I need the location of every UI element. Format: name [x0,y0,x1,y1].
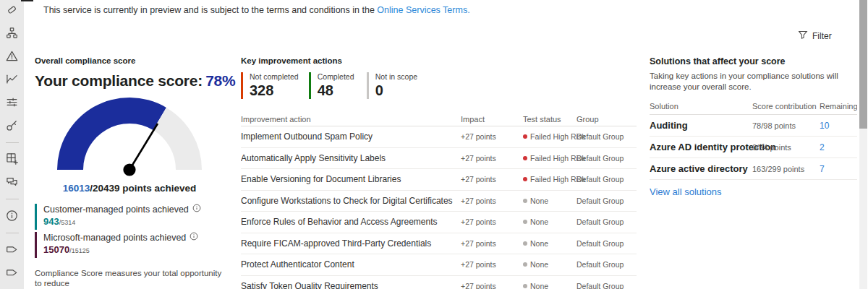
actions-section-title: Key improvement actions [241,56,637,65]
score-section-title: Overall compliance score [35,56,224,65]
col-group[interactable]: Group [576,115,637,124]
customer-managed-breakdown: Customer-managed points achieved 943/531… [35,204,224,230]
actions-stats: Not completed 328 Completed 48 Not in sc… [241,72,637,99]
status-dot [523,220,527,224]
points-achieved-total: /20439 [90,183,119,194]
table-row[interactable]: Enforce Rules of Behavior and Access Agr… [241,212,637,233]
action-link[interactable]: Enable Versioning for Document Libraries [241,174,461,184]
status-dot [523,284,527,288]
action-link[interactable]: Implement Outbound Spam Policy [241,131,461,142]
customer-managed-total: /5314 [59,219,76,226]
flowchart-icon[interactable] [6,27,18,39]
key-improvement-actions-panel: Key improvement actions Not completed 32… [241,56,637,289]
table-row[interactable]: Automatically Apply Sensitivity Labels +… [241,148,637,170]
table-row[interactable]: Satisfy Token Quality Requirements +27 p… [241,276,637,289]
improvement-actions-table: Improvement action Impact Test status Gr… [241,112,637,289]
view-all-solutions-link[interactable]: View all solutions [650,186,721,197]
overall-score-panel: Overall compliance score Your compliance… [35,56,224,288]
solution-row[interactable]: Azure AD identity protection 0/54 points… [650,137,857,158]
solution-row[interactable]: Auditing 78/98 points 10 [650,115,857,137]
online-services-terms-link[interactable]: Online Services Terms. [377,5,469,15]
stat-not-in-scope: Not in scope 0 [367,72,417,99]
table-row[interactable]: Require FICAM-approved Third-Party Crede… [241,233,637,255]
status-dot [523,156,527,160]
gauge-fill-arc [57,98,166,170]
action-link[interactable]: Automatically Apply Sensitivity Labels [241,153,461,163]
gauge-needle [129,124,158,170]
microsoft-managed-value: 15070 [43,244,69,255]
solutions-header-row: Solution Score contribution Remaining ac… [650,98,857,115]
info-circle-icon[interactable] [190,232,198,244]
filter-label: Filter [812,31,832,41]
info-icon[interactable] [6,210,18,222]
solutions-table: Solution Score contribution Remaining ac… [650,98,857,180]
compliance-manager-page: This service is currently in preview and… [0,0,868,289]
col-test-status[interactable]: Test status [523,115,576,124]
warning-icon[interactable] [6,50,18,62]
customer-managed-label: Customer-managed points achieved [43,204,189,216]
table-row[interactable]: Implement Outbound Spam Policy +27 point… [241,126,637,148]
microsoft-managed-total: /15125 [69,247,90,254]
remaining-actions-link[interactable]: 7 [820,164,857,174]
action-link[interactable]: Satisfy Token Quality Requirements [241,281,461,289]
table-row[interactable]: Protect Authenticator Content +27 points… [241,254,637,276]
filter-icon [798,30,808,42]
solutions-section-title: Solutions that affect your score [650,56,857,66]
points-achieved-value: 16013 [63,183,90,194]
action-link[interactable]: Require FICAM-approved Third-Party Crede… [241,238,461,249]
remaining-actions-link[interactable]: 10 [820,121,857,131]
preview-banner-text: This service is currently in preview and… [43,5,377,15]
vertical-scrollbar[interactable] [859,0,867,289]
microsoft-managed-breakdown: Microsoft-managed points achieved 15070/… [35,232,224,258]
score-footnote: Compliance Score measures your total opp… [35,268,224,288]
preview-banner: This service is currently in preview and… [43,5,470,15]
stat-completed: Completed 48 [309,72,357,99]
key-icon[interactable] [6,119,18,131]
table-header-row: Improvement action Impact Test status Gr… [241,112,637,126]
stat-not-completed: Not completed 328 [241,72,299,99]
solutions-description: Taking key actions in your compliance so… [650,71,851,92]
app-sidebar [0,0,24,289]
remaining-actions-link[interactable]: 2 [820,142,857,152]
tag-icon[interactable] [6,243,18,255]
tag-icon[interactable] [6,266,18,278]
solution-row[interactable]: Azure active directory 163/299 points 7 [650,158,857,180]
status-dot [523,134,527,139]
col-score-contribution[interactable]: Score contribution [752,102,820,111]
table-row[interactable]: Configure Workstations to Check for Digi… [241,191,637,212]
scrollbar-thumb[interactable] [859,0,867,129]
points-breakdowns: Customer-managed points achieved 943/531… [35,204,224,258]
chat-icon[interactable] [6,176,18,188]
col-improvement-action[interactable]: Improvement action [241,115,461,124]
top-edge-artifact [21,0,33,1]
eraser-icon[interactable] [6,4,18,16]
sliders-icon[interactable] [6,96,18,108]
score-headline: Your compliance score:78% [35,72,224,90]
action-link[interactable]: Protect Authenticator Content [241,259,461,269]
solutions-panel: Solutions that affect your score Taking … [650,56,857,289]
microsoft-managed-label: Microsoft-managed points achieved [43,232,186,244]
score-percent: 78% [205,72,235,89]
col-impact[interactable]: Impact [461,115,523,124]
status-dot [523,262,527,267]
gauge-needle-hub [123,163,135,176]
points-achieved-suffix: points achieved [120,183,197,194]
table-row[interactable]: Enable Versioning for Document Libraries… [241,169,637,191]
action-link[interactable]: Configure Workstations to Check for Digi… [241,196,461,206]
col-remaining-actions[interactable]: Remaining actions [820,102,857,111]
info-circle-icon[interactable] [192,204,201,216]
line-chart-icon[interactable] [6,73,18,85]
grid-plus-icon[interactable] [6,152,18,165]
score-headline-text: Your compliance score: [35,72,203,89]
status-dot [523,199,527,203]
filter-button[interactable]: Filter [798,30,832,42]
action-link[interactable]: Enforce Rules of Behavior and Access Agr… [241,217,461,227]
customer-managed-value: 943 [43,216,59,227]
col-solution[interactable]: Solution [650,102,752,111]
points-achieved: 16013/20439 points achieved [54,183,205,194]
status-dot [523,177,527,181]
score-gauge [54,94,205,180]
status-dot [523,241,527,246]
